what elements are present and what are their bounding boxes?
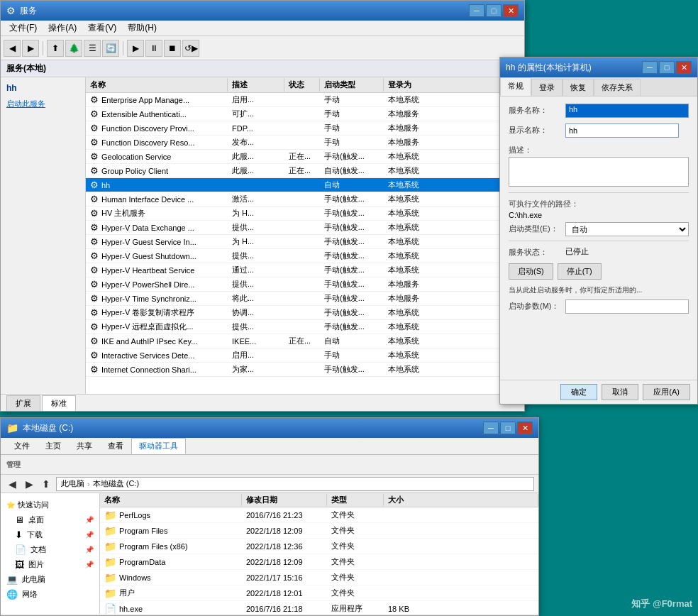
service-row[interactable]: ⚙ IKE and AuthIP IPsec Key... IKEE... 正在… (86, 334, 524, 348)
service-start-button[interactable]: 启动(S) (509, 263, 553, 280)
sidebar-pictures[interactable]: 🖼 图片 📌 (1, 557, 99, 572)
props-ok-button[interactable]: 确定 (560, 384, 597, 400)
file-row[interactable]: 📁 ProgramData 2022/1/18 12:09 文件夹 (100, 554, 538, 570)
service-row[interactable]: ⚙ Hyper-V 远程桌面虚拟化... 提供... 手动(触发... 本地系统 (86, 320, 524, 334)
menu-file[interactable]: 文件(F) (4, 21, 43, 35)
sidebar-network[interactable]: 🌐 网络 (1, 587, 99, 602)
service-row[interactable]: ⚙ HV 主机服务 为 H... 手动(触发... 本地系统 (86, 207, 524, 221)
props-tab-general[interactable]: 常规 (500, 77, 531, 96)
toolbar-stop[interactable]: ⏹ (164, 40, 181, 57)
file-row[interactable]: 📁 Windows 2022/1/17 15:16 文件夹 (100, 570, 538, 585)
props-minimize-btn[interactable]: ─ (642, 61, 658, 74)
service-row[interactable]: ⚙ Interactive Services Dete... 启用... 手动 … (86, 348, 524, 363)
ribbon-tab-file[interactable]: 文件 (6, 438, 38, 454)
nav-back-button[interactable]: ◀ (5, 477, 19, 491)
ribbon-tab-share[interactable]: 共享 (69, 438, 100, 454)
service-row[interactable]: ⚙ Function Discovery Reso... 发布... 手动 本地… (86, 136, 524, 150)
sidebar-pictures-label: 图片 (28, 559, 44, 570)
toolbar-forward[interactable]: ▶ (22, 40, 39, 57)
props-cancel-button[interactable]: 取消 (602, 384, 638, 400)
file-col-type[interactable]: 类型 (327, 494, 384, 506)
toolbar-list[interactable]: ☰ (84, 40, 101, 57)
toolbar-up[interactable]: ⬆ (47, 40, 64, 57)
service-row[interactable]: ⚙ Hyper-V Guest Shutdown... 提供... 手动(触发.… (86, 249, 524, 263)
service-row[interactable]: ⚙ hh 自动 本地系统 (86, 178, 524, 192)
service-row[interactable]: ⚙ Hyper-V 卷影复制请求程序 协调... 手动(触发... 本地系统 (86, 306, 524, 320)
toolbar-pause[interactable]: ⏸ (145, 40, 162, 57)
minimize-button[interactable]: ─ (469, 4, 484, 17)
col-desc[interactable]: 描述 (228, 78, 284, 92)
menu-view[interactable]: 查看(V) (82, 21, 122, 35)
sidebar-this-pc[interactable]: 💻 此电脑 (1, 572, 99, 587)
service-row[interactable]: ⚙ Hyper-V Heartbeat Service 通过... 手动(触发.… (86, 263, 524, 277)
file-row[interactable]: 📁 用户 2022/1/18 12:01 文件夹 (100, 585, 538, 601)
toolbar-play[interactable]: ▶ (127, 40, 144, 57)
services-list[interactable]: ⚙ Enterprise App Manage... 启用... 手动 本地系统… (86, 93, 524, 394)
ribbon-tab-view[interactable]: 查看 (100, 438, 131, 454)
service-row[interactable]: ⚙ Internet Connection Shari... 为家... 手动(… (86, 363, 524, 377)
props-apply-button[interactable]: 应用(A) (643, 384, 690, 400)
ribbon-tab-drive-tools[interactable]: 驱动器工具 (131, 438, 186, 454)
file-row[interactable]: 📄 hh.exe 2016/7/16 21:18 应用程序 18 KB (100, 601, 538, 614)
service-row[interactable]: ⚙ Hyper-V Time Synchroniz... 将此... 手动(触发… (86, 292, 524, 306)
service-row[interactable]: ⚙ Hyper-V PowerShell Dire... 提供... 手动(触发… (86, 277, 524, 292)
sidebar-quick-access[interactable]: ⭐ 快速访问 (1, 497, 99, 512)
display-name-input[interactable] (565, 123, 679, 138)
menu-help[interactable]: 帮助(H) (122, 21, 162, 35)
address-path-display[interactable]: 此电脑 › 本地磁盘 (C:) (56, 477, 534, 491)
props-tab-dependencies[interactable]: 依存关系 (594, 79, 641, 96)
sidebar-downloads[interactable]: ⬇ 下载 📌 (1, 527, 99, 542)
toolbar-tree[interactable]: 🌲 (65, 40, 82, 57)
menu-action[interactable]: 操作(A) (43, 21, 82, 35)
nav-forward-button[interactable]: ▶ (22, 477, 36, 491)
maximize-button[interactable]: □ (486, 4, 502, 17)
nav-up-button[interactable]: ⬆ (39, 477, 53, 491)
col-name[interactable]: 名称 (86, 78, 228, 92)
props-maximize-btn[interactable]: □ (659, 61, 675, 74)
startup-type-select[interactable]: 自动 手动 禁用 (565, 222, 689, 236)
tab-expand[interactable]: 扩展 (6, 395, 40, 411)
file-col-name[interactable]: 名称 (100, 494, 242, 506)
props-window-controls: ─ □ ✕ (642, 61, 692, 74)
service-row[interactable]: ⚙ Hyper-V Guest Service In... 为 H... 手动(… (86, 235, 524, 249)
service-row[interactable]: ⚙ Hyper-V Data Exchange ... 提供... 手动(触发.… (86, 221, 524, 235)
service-row[interactable]: ⚙ Geolocation Service 此服... 正在... 手动(触发.… (86, 150, 524, 164)
col-startup[interactable]: 启动类型 (320, 78, 384, 92)
toolbar-refresh[interactable]: 🔄 (102, 40, 119, 57)
service-row[interactable]: ⚙ Group Policy Client 此服... 正在... 自动(触发.… (86, 164, 524, 178)
sidebar-star-icon: ⭐ (6, 501, 15, 509)
file-icon: 📄 (104, 603, 116, 615)
props-close-btn[interactable]: ✕ (676, 61, 692, 74)
file-col-date[interactable]: 修改日期 (242, 494, 327, 506)
explorer-maximize-btn[interactable]: □ (500, 422, 516, 434)
window-controls: ─ □ ✕ (469, 4, 519, 17)
explorer-minimize-btn[interactable]: ─ (483, 422, 499, 434)
col-status[interactable]: 状态 (284, 78, 320, 92)
close-button[interactable]: ✕ (503, 4, 519, 17)
services-start-link[interactable]: 启动此服务 (6, 99, 79, 109)
service-row[interactable]: ⚙ Function Discovery Provi... FDP... 手动 … (86, 121, 524, 136)
props-tab-login[interactable]: 登录 (531, 79, 563, 96)
file-col-size[interactable]: 大小 (384, 494, 538, 506)
explorer-close-btn[interactable]: ✕ (517, 422, 533, 434)
service-row[interactable]: ⚙ Extensible Authenticati... 可扩... 手动 本地… (86, 107, 524, 121)
file-row[interactable]: 📁 Program Files 2022/1/18 12:09 文件夹 (100, 523, 538, 539)
service-row[interactable]: ⚙ Enterprise App Manage... 启用... 手动 本地系统 (86, 93, 524, 107)
start-params-input[interactable] (565, 299, 689, 314)
file-row[interactable]: 📁 Program Files (x86) 2022/1/18 12:36 文件… (100, 539, 538, 554)
toolbar-restart[interactable]: ↺▶ (182, 40, 199, 57)
service-stop-button[interactable]: 停止(T) (558, 263, 602, 280)
tab-standard[interactable]: 标准 (42, 395, 76, 411)
explorer-window-controls: ─ □ ✕ (483, 422, 533, 434)
ribbon-tab-home[interactable]: 主页 (38, 438, 69, 454)
sidebar-documents[interactable]: 📄 文档 📌 (1, 542, 99, 557)
file-row[interactable]: 📁 PerfLogs 2016/7/16 21:23 文件夹 (100, 507, 538, 523)
service-status-value: 已停止 (565, 246, 689, 257)
desc-box[interactable] (509, 157, 689, 187)
sidebar-pictures-icon: 🖼 (15, 559, 24, 570)
services-left-title: hh (6, 83, 79, 93)
sidebar-desktop[interactable]: 🖥 桌面 📌 (1, 512, 99, 527)
service-row[interactable]: ⚙ Human Interface Device ... 激活... 手动(触发… (86, 192, 524, 207)
toolbar-back[interactable]: ◀ (4, 40, 21, 57)
props-tab-recovery[interactable]: 恢复 (563, 79, 594, 96)
